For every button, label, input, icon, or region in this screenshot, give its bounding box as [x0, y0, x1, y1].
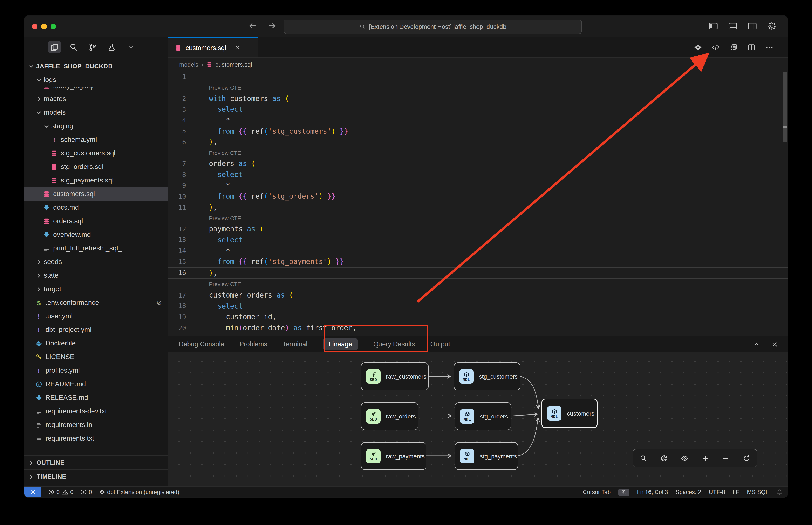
settings-gear-icon[interactable] — [767, 21, 777, 31]
panel-tab-terminal[interactable]: Terminal — [283, 340, 308, 348]
tree-item-profiles-yml[interactable]: !profiles.yml — [24, 364, 168, 377]
aperture-icon[interactable] — [660, 454, 668, 462]
zoom-status-chip[interactable] — [618, 488, 630, 496]
code-line-3[interactable]: 3 select — [168, 104, 788, 115]
status-item[interactable]: 0 — [80, 489, 92, 495]
arrow-left-icon[interactable] — [248, 21, 257, 30]
tree-item-overview-md[interactable]: overview.md — [24, 228, 168, 241]
tree-item-stg-customers-sql[interactable]: stg_customers.sql — [24, 147, 168, 160]
code-line-17[interactable]: 17customer_orders as ( — [168, 290, 788, 301]
code-line-9[interactable]: 9 * — [168, 180, 788, 191]
lineage-node-customers[interactable]: MDL customers — [542, 399, 597, 428]
code-line-4[interactable]: 4 * — [168, 115, 788, 126]
activity-search-icon[interactable] — [67, 41, 80, 54]
code-line-8[interactable]: 8 select — [168, 169, 788, 180]
activity-chevron-down-icon[interactable] — [124, 41, 137, 54]
tree-item-schema-yml[interactable]: !schema.yml — [24, 133, 168, 147]
code-line-10[interactable]: 10 from {{ ref('stg_orders') }} — [168, 191, 788, 202]
codelens-row[interactable]: Preview CTE — [168, 279, 788, 290]
activity-files-icon[interactable] — [48, 41, 61, 54]
arrow-right-icon[interactable] — [268, 21, 277, 30]
code-line-5[interactable]: 5 from {{ ref('stg_customers') }} — [168, 126, 788, 136]
chevron-up-icon[interactable] — [753, 341, 760, 348]
tree-item-seeds[interactable]: seeds — [24, 255, 168, 269]
code-line-15[interactable]: 15 from {{ ref('stg_payments') }} — [168, 256, 788, 267]
tree-item--user-yml[interactable]: !.user.yml — [24, 310, 168, 323]
split-editor-icon[interactable] — [748, 43, 755, 51]
tree-item-macros[interactable]: macros — [24, 92, 168, 106]
layout-split-icon[interactable] — [748, 21, 757, 31]
tree-item-query-log-sql[interactable]: query_log.sql — [24, 87, 168, 92]
sidebar-section-timeline[interactable]: TIMELINE — [24, 469, 168, 483]
breadcrumb-folder[interactable]: models — [179, 61, 198, 68]
tree-item-models[interactable]: models — [24, 106, 168, 119]
layout-panel-icon[interactable] — [728, 21, 738, 31]
codelens-row[interactable]: Preview CTE — [168, 148, 788, 158]
status-item-cursor-tab[interactable]: Cursor Tab — [583, 489, 611, 495]
tree-item-requirements-txt[interactable]: requirements.txt — [24, 432, 168, 445]
ellipsis-icon[interactable] — [765, 43, 773, 51]
status-item-ln-16-col-3[interactable]: Ln 16, Col 3 — [637, 489, 668, 495]
tree-item-print-full-refresh-sql-[interactable]: print_full_refresh._sql_ — [24, 241, 168, 255]
code-line-18[interactable]: 18 select — [168, 301, 788, 312]
tree-item-state[interactable]: state — [24, 269, 168, 282]
tree-item-customers-sql[interactable]: customers.sql — [24, 187, 168, 201]
panel-tab-output[interactable]: Output — [430, 340, 450, 348]
tree-item-requirements-dev-txt[interactable]: requirements-dev.txt — [24, 404, 168, 418]
tree-item-docs-md[interactable]: docs.md — [24, 201, 168, 214]
status-item-ms-sql[interactable]: MS SQL — [747, 489, 769, 495]
code-line-19[interactable]: 19 customer_id, — [168, 312, 788, 322]
codelens-row[interactable]: Preview CTE — [168, 213, 788, 224]
close-window-button[interactable] — [32, 24, 38, 29]
code-line-11[interactable]: 11), — [168, 202, 788, 213]
lineage-node-raw_orders[interactable]: SED raw_orders — [361, 402, 418, 430]
breadcrumb-file[interactable]: customers.sql — [215, 61, 252, 68]
tree-item-dockerfile[interactable]: Dockerfile — [24, 336, 168, 350]
tree-item-requirements-in[interactable]: requirements.in — [24, 418, 168, 432]
activity-beaker-icon[interactable] — [105, 41, 118, 54]
tree-item-stg-orders-sql[interactable]: stg_orders.sql — [24, 160, 168, 174]
lineage-node-stg_customers[interactable]: MDL stg_customers — [454, 362, 520, 390]
tree-item--env-conformance[interactable]: $.env.conformance⊘ — [24, 296, 168, 310]
activity-source-control-icon[interactable] — [86, 41, 99, 54]
tree-item-logs[interactable]: logs — [24, 73, 168, 87]
table-copy-icon[interactable] — [729, 43, 738, 51]
tree-item-jaffle-shop-duckdb[interactable]: JAFFLE_SHOP_DUCKDB — [24, 59, 168, 73]
code-line-14[interactable]: 14 * — [168, 245, 788, 256]
plus-icon[interactable] — [702, 454, 709, 462]
lineage-node-stg_orders[interactable]: MDL stg_orders — [455, 402, 511, 430]
tree-item-readme-md[interactable]: README.md — [24, 377, 168, 391]
tree-item-release-md[interactable]: RELEASE.md — [24, 391, 168, 404]
status-item-spaces-2[interactable]: Spaces: 2 — [676, 489, 701, 495]
code-line-6[interactable]: 6), — [168, 137, 788, 148]
close-tab-icon[interactable] — [234, 45, 240, 51]
minimize-window-button[interactable] — [41, 24, 47, 29]
lineage-node-raw_customers[interactable]: SED raw_customers — [361, 362, 429, 390]
tree-item-target[interactable]: target — [24, 282, 168, 296]
panel-tab-debug-console[interactable]: Debug Console — [179, 340, 224, 348]
dbt-icon[interactable] — [694, 43, 702, 51]
lineage-node-stg_payments[interactable]: MDL stg_payments — [455, 442, 518, 470]
refresh-icon[interactable] — [743, 454, 750, 462]
notifications-bell[interactable] — [776, 489, 783, 495]
status-item-lf[interactable]: LF — [733, 489, 739, 495]
code-line-7[interactable]: 7orders as ( — [168, 158, 788, 169]
sidebar-section-outline[interactable]: OUTLINE — [24, 455, 168, 469]
tab-customers-sql[interactable]: customers.sql — [168, 38, 258, 57]
code-line-16[interactable]: 16), — [168, 267, 788, 279]
lineage-node-raw_payments[interactable]: SED raw_payments — [361, 442, 426, 470]
code-line-12[interactable]: 12payments as ( — [168, 224, 788, 235]
tree-item-stg-payments-sql[interactable]: stg_payments.sql — [24, 174, 168, 187]
layout-sidebar-icon[interactable] — [708, 21, 718, 31]
tree-item-orders-sql[interactable]: orders.sql — [24, 214, 168, 228]
tree-item-dbt-project-yml[interactable]: !dbt_project.yml — [24, 323, 168, 336]
tree-item-license[interactable]: LICENSE — [24, 350, 168, 364]
code-line-1[interactable]: 1 — [168, 71, 788, 82]
tree-item-staging[interactable]: staging — [24, 119, 168, 133]
status-item-utf-8[interactable]: UTF-8 — [709, 489, 725, 495]
code-editor[interactable]: 1Preview CTE2with customers as (3 select… — [168, 71, 788, 336]
eye-icon[interactable] — [681, 454, 689, 462]
close-icon[interactable] — [771, 341, 779, 348]
zoom-window-button[interactable] — [50, 24, 56, 29]
problems-status[interactable]: 00 — [48, 489, 73, 495]
